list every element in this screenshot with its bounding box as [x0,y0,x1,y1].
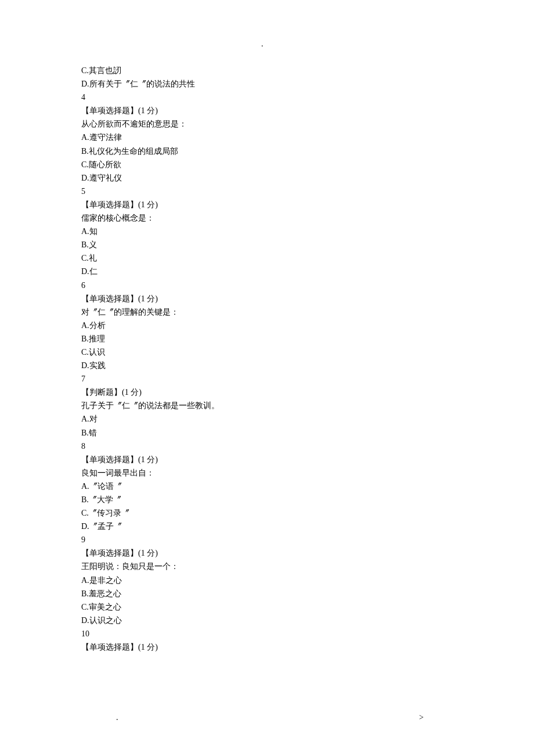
q3-option-c: C.其言也訒 [81,64,453,77]
q5-option-b: B.义 [81,238,453,251]
q6-option-a: A.分析 [81,319,453,332]
q8-type: 【单项选择题】(1 分) [81,453,453,466]
q6-option-d: D.实践 [81,359,453,372]
q6-number: 6 [81,279,453,292]
q9-stem: 王阳明说：良知只是一个： [81,560,453,573]
q8-option-b: B.〞大学〞 [81,493,453,506]
q6-option-c: C.认识 [81,345,453,359]
q5-type: 【单项选择题】(1 分) [81,198,453,211]
q5-option-a: A.知 [81,225,453,238]
q7-type: 【判断题】(1 分) [81,386,453,399]
q9-option-d: D.认识之心 [81,614,453,627]
page-content: C.其言也訒 D.所有关于〞仁〞的说法的共性 4 【单项选择题】(1 分) 从心… [0,0,534,689]
q4-stem: 从心所欲而不逾矩的意思是： [81,117,453,131]
q4-option-b: B.礼仪化为生命的组成局部 [81,145,453,158]
q10-number: 10 [81,627,453,640]
q8-number: 8 [81,440,453,453]
q5-stem: 儒家的核心概念是： [81,211,453,225]
q6-option-b: B.推理 [81,332,453,345]
q4-number: 4 [81,91,453,104]
header-dot: . [261,39,264,49]
q7-option-b: B.错 [81,426,453,440]
q7-stem: 孔子关于〞仁〞的说法都是一些教训。 [81,399,453,412]
q5-number: 5 [81,185,453,198]
q9-option-a: A.是非之心 [81,574,453,587]
q4-option-a: A.遵守法律 [81,131,453,144]
q5-option-d: D.仁 [81,265,453,278]
q4-option-d: D.遵守礼仪 [81,171,453,185]
footer-dot-left: . [116,713,118,722]
q7-number: 7 [81,372,453,386]
q9-option-c: C.审美之心 [81,600,453,614]
q9-type: 【单项选择题】(1 分) [81,546,453,560]
q7-option-a: A.对 [81,412,453,426]
q5-option-c: C.礼 [81,251,453,265]
q8-option-c: C.〞传习录〞 [81,506,453,520]
q4-type: 【单项选择题】(1 分) [81,104,453,117]
q6-stem: 对〞仁〞的理解的关键是： [81,305,453,319]
q9-option-b: B.羞恶之心 [81,587,453,600]
q4-option-c: C.随心所欲 [81,158,453,171]
q9-number: 9 [81,533,453,546]
q8-stem: 良知一词最早出自： [81,466,453,480]
footer-dot-right: > [419,713,424,722]
q8-option-d: D.〞孟子〞 [81,520,453,533]
q3-option-d: D.所有关于〞仁〞的说法的共性 [81,77,453,91]
q8-option-a: A.〞论语〞 [81,480,453,493]
q10-type: 【单项选择题】(1 分) [81,640,453,654]
q6-type: 【单项选择题】(1 分) [81,292,453,305]
